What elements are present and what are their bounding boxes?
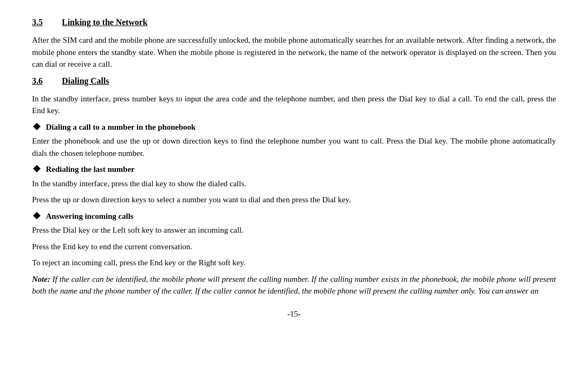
bullet-answering-text-1: Press the Dial key or the Left soft key … [32,224,556,236]
bullet-answering-text-3: To reject an incoming call, press the En… [32,257,556,269]
section-3-5: 3.5 Linking to the Network After the SIM… [32,16,556,70]
diamond-icon-1 [33,122,41,130]
diamond-icon-3 [33,211,41,219]
section-3-5-number: 3.5 [32,16,53,29]
bullet-dialing-phonebook: Dialing a call to a number in the phoneb… [32,121,556,133]
diamond-icon-2 [33,165,41,172]
section-3-5-heading: 3.5 Linking to the Network [32,16,556,29]
section-3-6-number: 3.6 [32,75,53,88]
bullet-answering-label: Answering incoming calls [46,210,133,223]
bullet-dialing-phonebook-text: Enter the phonebook and use the up or do… [32,135,556,159]
bullet-redialing: Redialing the last number [32,163,556,176]
section-3-6-intro: In the standby interface, press number k… [32,93,556,117]
note-label: Note: [32,275,50,283]
note-text: If the caller can be identified, the mob… [32,275,556,296]
section-3-5-title: Linking to the Network [62,16,147,29]
note-paragraph: Note: If the caller can be identified, t… [32,273,556,297]
bullet-answering-text-2: Press the End key to end the current con… [32,241,556,253]
section-3-6-title: Dialing Calls [62,75,109,88]
bullet-redialing-text-2: Press the up or down direction keys to s… [32,194,556,206]
section-3-6-heading: 3.6 Dialing Calls [32,75,556,88]
section-3-6: 3.6 Dialing Calls In the standby interfa… [32,75,556,297]
page-number: -15- [32,308,556,320]
bullet-dialing-phonebook-label: Dialing a call to a number in the phoneb… [46,121,196,133]
bullet-redialing-text-1: In the standby interface, press the dial… [32,178,556,190]
bullet-answering: Answering incoming calls [32,210,556,223]
bullet-redialing-label: Redialing the last number [46,163,134,176]
section-3-5-para-1: After the SIM card and the mobile phone … [32,34,556,70]
